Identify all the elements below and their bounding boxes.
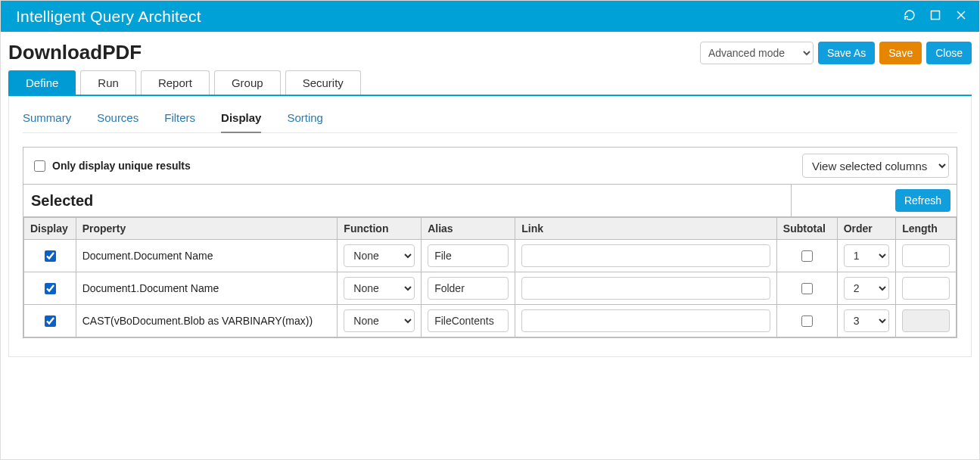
maximize-icon[interactable]: [929, 9, 941, 23]
refresh-wrap: Refresh: [791, 185, 957, 216]
refresh-button[interactable]: Refresh: [895, 189, 950, 212]
subtotal-checkbox[interactable]: [801, 250, 813, 262]
selected-columns-table: Display Property Function Alias Link Sub…: [23, 217, 957, 337]
table-row: Document.Document NameNone1: [24, 240, 957, 272]
alias-input[interactable]: [428, 309, 509, 332]
col-length-header: Length: [896, 218, 957, 240]
length-input: [902, 309, 950, 332]
main-tab-run[interactable]: Run: [80, 70, 136, 95]
mode-select[interactable]: Advanced mode: [700, 42, 814, 64]
content-area: DownloadPDF Advanced mode Save As Save C…: [1, 32, 979, 371]
col-display-header: Display: [24, 218, 76, 240]
sub-tab-filters[interactable]: Filters: [164, 107, 195, 132]
main-tab-security[interactable]: Security: [285, 70, 361, 95]
unique-checkbox[interactable]: [34, 160, 45, 172]
sub-tab-display[interactable]: Display: [221, 107, 261, 133]
col-order-header: Order: [837, 218, 896, 240]
col-subtotal-header: Subtotal: [776, 218, 837, 240]
order-select[interactable]: 2: [844, 277, 890, 300]
table-row: CAST(vBoDocument.Blob as VARBINARY(max))…: [24, 305, 957, 337]
main-tab-group[interactable]: Group: [214, 70, 281, 95]
link-input[interactable]: [521, 277, 770, 300]
define-pane: SummarySourcesFiltersDisplaySorting Only…: [8, 96, 972, 357]
property-cell: CAST(vBoDocument.Blob as VARBINARY(max)): [76, 305, 338, 337]
save-button[interactable]: Save: [879, 42, 922, 64]
main-tab-define[interactable]: Define: [8, 70, 76, 95]
sub-tab-sorting[interactable]: Sorting: [287, 107, 323, 132]
window-title: Intelligent Query Architect: [16, 8, 904, 26]
col-link-header: Link: [515, 218, 777, 240]
save-as-button[interactable]: Save As: [818, 42, 875, 64]
display-checkbox[interactable]: [45, 315, 56, 327]
window-controls: [904, 9, 967, 23]
order-select[interactable]: 1: [844, 244, 890, 267]
sub-tab-sources[interactable]: Sources: [97, 107, 138, 132]
subtotal-checkbox[interactable]: [801, 315, 813, 327]
link-input[interactable]: [521, 309, 770, 332]
selected-header: Selected Refresh: [23, 185, 957, 217]
display-box: Only display unique results View selecte…: [23, 147, 957, 338]
property-cell: Document.Document Name: [76, 240, 338, 272]
col-alias-header: Alias: [422, 218, 515, 240]
main-tab-report[interactable]: Report: [141, 70, 210, 95]
unique-label-text: Only display unique results: [52, 160, 191, 172]
link-input[interactable]: [521, 244, 770, 267]
function-select[interactable]: None: [344, 309, 415, 332]
order-select[interactable]: 3: [844, 309, 890, 332]
display-checkbox[interactable]: [45, 283, 56, 294]
table-header-row: Display Property Function Alias Link Sub…: [24, 218, 957, 240]
main-tabs: DefineRunReportGroupSecurity: [8, 70, 972, 96]
sub-tabs: SummarySourcesFiltersDisplaySorting: [23, 107, 957, 133]
refresh-icon[interactable]: [904, 9, 916, 23]
property-cell: Document1.Document Name: [76, 272, 338, 305]
subtotal-checkbox[interactable]: [801, 283, 813, 294]
close-icon[interactable]: [955, 9, 967, 23]
selected-title: Selected: [23, 186, 791, 216]
header-actions: Advanced mode Save As Save Close: [700, 42, 972, 64]
col-property-header: Property: [76, 218, 338, 240]
alias-input[interactable]: [428, 244, 509, 267]
sub-tab-summary[interactable]: Summary: [23, 107, 71, 132]
table-row: Document1.Document NameNone2: [24, 272, 957, 305]
col-function-header: Function: [338, 218, 422, 240]
title-bar: Intelligent Query Architect: [1, 1, 979, 32]
page-title: DownloadPDF: [8, 41, 700, 64]
function-select[interactable]: None: [344, 277, 415, 300]
alias-input[interactable]: [428, 277, 509, 300]
svg-rect-0: [932, 11, 940, 20]
length-input[interactable]: [902, 244, 950, 267]
function-select[interactable]: None: [344, 244, 415, 267]
unique-row: Only display unique results View selecte…: [23, 148, 957, 185]
close-button[interactable]: Close: [926, 42, 972, 64]
header-row: DownloadPDF Advanced mode Save As Save C…: [8, 41, 972, 64]
length-input[interactable]: [902, 277, 950, 300]
view-columns-select[interactable]: View selected columns: [802, 154, 949, 178]
unique-checkbox-label[interactable]: Only display unique results: [31, 158, 802, 174]
display-checkbox[interactable]: [45, 250, 56, 262]
